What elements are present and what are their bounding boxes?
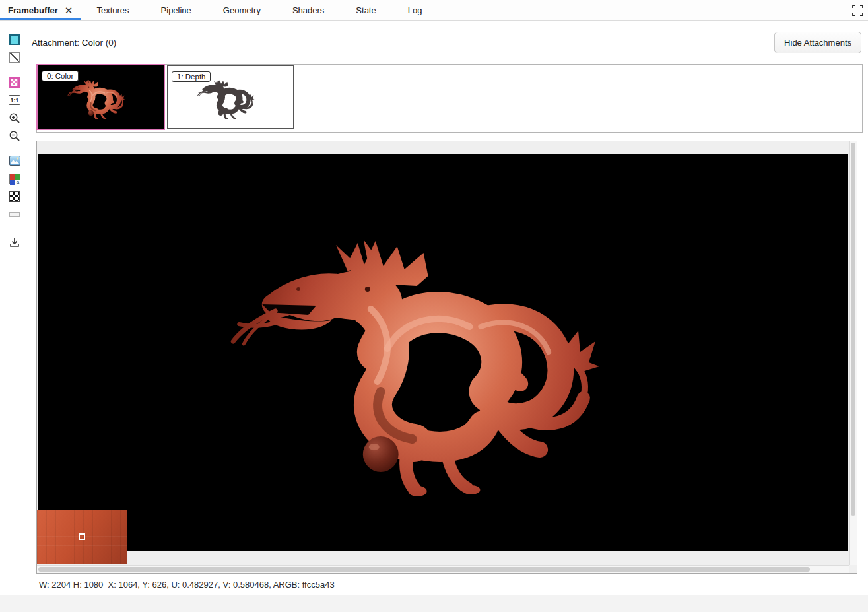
tab-state[interactable]: State: [340, 0, 391, 20]
fullscreen-icon[interactable]: [847, 0, 868, 20]
tab-pipeline[interactable]: Pipeline: [145, 0, 207, 20]
actual-size-icon[interactable]: 1:1: [5, 91, 24, 109]
tab-textures[interactable]: Textures: [81, 0, 145, 20]
framebuffer-panel: Attachment: Color (0) Hide Attachments 0…: [29, 22, 868, 612]
pixel-info-text: W: 2204 H: 1080 X: 1064, Y: 626, U: 0.48…: [39, 580, 335, 590]
tab-label: Textures: [96, 5, 129, 15]
tab-label: Log: [408, 5, 422, 15]
transparent-background-icon[interactable]: [5, 48, 24, 66]
close-tab-icon[interactable]: ✕: [65, 5, 73, 15]
status-bar: W: 2204 H: 1080 X: 1064, Y: 626, U: 0.48…: [39, 576, 861, 592]
hide-attachments-button[interactable]: Hide Attachments: [774, 32, 861, 53]
magnifier-center-pixel: [79, 533, 85, 540]
attachment-badge: 1: Depth: [172, 71, 211, 82]
tab-bar: Framebuffer ✕ Textures Pipeline Geometry…: [0, 0, 868, 21]
tab-framebuffer[interactable]: Framebuffer ✕: [0, 0, 81, 20]
checkerboard-icon[interactable]: [5, 187, 24, 205]
tab-log[interactable]: Log: [392, 0, 438, 20]
attachment-label: Attachment: Color (0): [32, 38, 116, 48]
attachment-badge: 0: Color: [42, 71, 79, 81]
horizontal-scrollbar[interactable]: [37, 565, 849, 573]
left-toolbar: 1:1 a: [0, 22, 29, 612]
zoom-out-icon[interactable]: [5, 127, 24, 145]
framebuffer-canvas[interactable]: [38, 154, 848, 551]
panel-header: Attachment: Color (0) Hide Attachments: [32, 31, 861, 53]
flatten-icon[interactable]: [5, 205, 24, 223]
attachments-strip: 0: Color 1: Depth: [36, 64, 863, 133]
horizontal-scrollbar-thumb[interactable]: [38, 567, 810, 572]
image-icon[interactable]: [5, 152, 24, 170]
zoom-in-icon[interactable]: [5, 109, 24, 127]
tab-label: Pipeline: [161, 5, 191, 15]
tabbar-spacer: [438, 0, 847, 20]
footer-strip: [0, 595, 868, 612]
pixel-magnifier: [37, 510, 127, 564]
save-image-icon[interactable]: [5, 233, 24, 251]
tab-label: State: [356, 5, 376, 15]
tab-label: Framebuffer: [8, 5, 58, 15]
vertical-scrollbar-thumb[interactable]: [851, 143, 855, 516]
vertical-scrollbar[interactable]: [849, 141, 857, 565]
tab-shaders[interactable]: Shaders: [277, 0, 340, 20]
tab-label: Geometry: [223, 5, 261, 15]
solid-background-icon[interactable]: [5, 30, 24, 48]
red-channel-swatch: [10, 174, 15, 180]
attachment-thumb-color[interactable]: 0: Color: [36, 64, 165, 130]
tab-label: Shaders: [292, 5, 324, 15]
framebuffer-viewer[interactable]: [36, 141, 857, 574]
dragon-render: [38, 154, 848, 551]
pink-checker-icon[interactable]: [5, 73, 24, 91]
alpha-channel-swatch: a: [15, 180, 20, 185]
scrollbar-corner: [849, 565, 857, 573]
color-channels-icon[interactable]: a: [5, 170, 24, 187]
attachment-thumb-depth[interactable]: 1: Depth: [167, 65, 294, 129]
tab-geometry[interactable]: Geometry: [207, 0, 277, 20]
blue-channel-swatch: [10, 180, 15, 185]
